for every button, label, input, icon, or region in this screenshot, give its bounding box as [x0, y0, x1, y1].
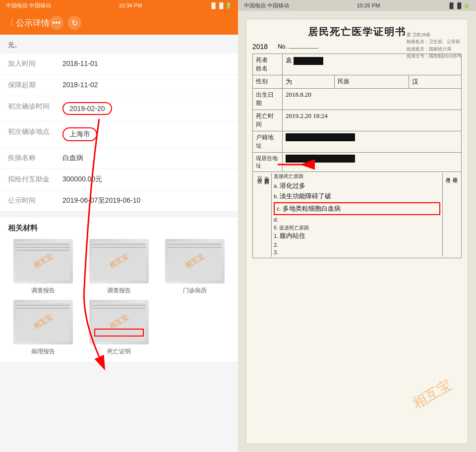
value-first-diagnosis-time: 2019-02-20	[62, 102, 230, 115]
cert-value-death-time: 2019.2.20 18:24	[283, 110, 462, 131]
cert-value-huji	[283, 131, 462, 153]
carrier-right: 中国电信 中国移动	[244, 2, 289, 9]
cert-cause-a: a. 溶化过多	[274, 181, 440, 190]
cert-row-huji: 户籍地址	[253, 131, 462, 153]
refresh-button[interactable]: ↻	[67, 16, 81, 30]
handwritten-gender: 为	[286, 78, 292, 85]
time-right: 10:26 PM	[357, 2, 380, 8]
info-row-protection-start: 保障起期 2018-11-02	[0, 75, 238, 96]
material-thumb-5: 相互宝	[89, 300, 149, 344]
cert-promo-cause-1: 1. 腹内站住	[274, 231, 440, 240]
value-public-time: 2019-06-07至2019-06-10	[62, 196, 230, 205]
info-row-first-diagnosis-time: 初次确诊时间 2019-02-20	[0, 96, 238, 121]
time-left: 10:34 PM	[119, 2, 142, 8]
more-button[interactable]: •••	[50, 16, 63, 30]
material-thumb-1: 相互宝	[13, 239, 73, 283]
handwritten-name: 袁	[286, 56, 292, 64]
cert-cause-header: 第一联死亡原因 直接死亡原因 a. 溶化过多 b. 淡生功能障碍了破	[253, 172, 462, 258]
info-section: 加入时间 2018-11-01 保障起期 2018-11-02 初次确诊时间 2…	[0, 54, 238, 212]
cert-row-birthday: 出生日期 2018.8.20	[253, 89, 462, 110]
cert-value-ethnicity: 汉	[409, 75, 462, 89]
content-area[interactable]: 元。 加入时间 2018-11-01 保障起期 2018-11-02 初次确诊时…	[0, 35, 238, 452]
carrier-left: 中国电信 中国移动	[6, 2, 51, 9]
cert-direct-cause-label: 直接死亡原因	[274, 173, 440, 180]
cert-row-residence: 现居住地址	[253, 153, 462, 172]
info-row-disease-name: 疾病名称 白血病	[0, 148, 238, 169]
cert-label-residence: 现居住地址	[253, 153, 283, 172]
date-circle-diagnosis: 2019-02-20	[62, 102, 112, 115]
info-row-public-time: 公示时间 2019-06-07至2019-06-10	[0, 190, 238, 212]
material-thumb-3: 相互宝	[165, 239, 225, 283]
cert-label-ethnicity: 民族	[335, 75, 409, 89]
cert-row-death-time: 死亡时间 2019.2.20 18:24	[253, 110, 462, 131]
place-circle: 上海市	[62, 127, 97, 141]
value-protection-start: 2018-11-02	[62, 81, 230, 89]
icons-left: ▐▌▐▌🔋	[210, 2, 232, 9]
material-thumb-4: 相互宝	[13, 300, 73, 344]
materials-section: 相关材料 相互宝 调查报告	[0, 218, 238, 362]
cert-cause-vertical-label: 第一联死亡原因	[256, 173, 272, 257]
handwritten-cause-c: 多地类粒细胞白血病	[283, 205, 341, 212]
back-button[interactable]: 〈 公示详情	[6, 17, 50, 29]
label-first-diagnosis-place: 初次确诊地点	[8, 127, 62, 136]
handwritten-ethnicity: 汉	[412, 78, 418, 85]
label-public-time: 公示时间	[8, 196, 62, 205]
cert-promo-cause-3: 3.	[274, 249, 440, 255]
info-row-join-time: 加入时间 2018-11-01	[0, 54, 238, 75]
cert-label-huji: 户籍地址	[253, 131, 283, 153]
cert-row-gender: 性别 为 民族 汉	[253, 75, 462, 89]
material-label-3: 门诊病历	[183, 286, 207, 295]
info-row-first-diagnosis-place: 初次确诊地点 上海市	[0, 121, 238, 148]
cert-label-birthday: 出生日期	[253, 89, 283, 110]
handwritten-promo-1: 腹内站住	[280, 232, 305, 239]
value-payment-amount: 300000.00元	[62, 175, 230, 184]
material-item-3[interactable]: 相互宝 门诊病历	[159, 239, 230, 295]
cert-promo-cause-2: 2.	[274, 242, 440, 248]
material-label-5: 死亡证明	[107, 347, 131, 356]
material-item-5[interactable]: 相互宝 死亡证明	[84, 300, 155, 356]
cert-value-residence	[283, 153, 462, 172]
back-icon: 〈	[6, 18, 14, 28]
cert-value-birthday: 2018.8.20	[283, 89, 462, 110]
redacted-name	[294, 57, 323, 65]
cert-row-cause-section: 第一联死亡原因 直接死亡原因 a. 溶化过多 b. 淡生功能障碍了破	[253, 172, 462, 258]
label-first-diagnosis-time: 初次确诊时间	[8, 102, 62, 111]
material-item-2[interactable]: 相互宝 调查报告	[84, 239, 155, 295]
handwritten-death-time: 2019.2.20 18:24	[286, 112, 328, 119]
certificate: 居民死亡医学证明书 委 卫统26表 制表机关：卫生部、公安部 批准机关：国家统计…	[246, 19, 468, 444]
info-row-payment-amount: 拟给付互助金 300000.00元	[0, 169, 238, 190]
icons-right: ▐▌▐▌🔋	[448, 2, 470, 9]
cert-table: 死者姓名 袁 性别 为 民族 汉	[252, 54, 462, 258]
cert-watermark: 相互宝	[409, 376, 455, 413]
label-join-time: 加入时间	[8, 59, 62, 68]
cert-label-death-time: 死亡时间	[253, 110, 283, 131]
label-disease-name: 疾病名称	[8, 154, 62, 163]
top-note: 元。	[0, 35, 238, 54]
cert-cause-content: 直接死亡原因 a. 溶化过多 b. 淡生功能障碍了破 c. 多地类粒细胞白血病	[274, 173, 440, 257]
material-item-4[interactable]: 相互宝 病理报告	[8, 300, 79, 356]
status-bar-left: 中国电信 中国移动 10:34 PM ▐▌▐▌🔋	[0, 0, 238, 11]
materials-title: 相关材料	[8, 224, 230, 233]
header-title: 公示详情	[16, 17, 50, 29]
document-area: 居民死亡医学证明书 委 卫统26表 制表机关：卫生部、公安部 批准机关：国家统计…	[238, 11, 476, 452]
status-bar-right: 中国电信 中国移动 10:26 PM ▐▌▐▌🔋	[238, 0, 476, 11]
redacted-huji	[286, 133, 355, 141]
cert-no: No.	[278, 43, 318, 50]
material-label-1: 调查报告	[31, 286, 55, 295]
refresh-icon: ↻	[71, 18, 78, 28]
cert-meta: 委 卫统26表 制表机关：卫生部、公安部 批准机关：国家统计局 批准文号：国统制…	[407, 31, 462, 60]
cert-cause-d: d.	[274, 217, 440, 223]
cert-promo-cause-label: II. 促进死亡原因	[274, 225, 440, 231]
value-join-time: 2018-11-01	[62, 59, 230, 67]
value-disease-name: 白血病	[62, 154, 230, 163]
value-first-diagnosis-place: 上海市	[62, 127, 230, 141]
material-item-1[interactable]: 相互宝 调查报告	[8, 239, 79, 295]
material-thumb-2: 相互宝	[89, 239, 149, 283]
handwritten-cause-a: 溶化过多	[280, 182, 305, 189]
redacted-residence	[286, 155, 355, 163]
cert-cause-layout: 第一联死亡原因 直接死亡原因 a. 溶化过多 b. 淡生功能障碍了破	[256, 173, 458, 257]
right-panel: 中国电信 中国移动 10:26 PM ▐▌▐▌🔋 居民死亡医学证明书 委 卫统2…	[238, 0, 476, 452]
cert-value-gender: 为	[283, 75, 335, 89]
handwritten-cause-b: 淡生功能障碍了破	[280, 192, 331, 200]
cert-label-name: 死者姓名	[253, 54, 283, 75]
